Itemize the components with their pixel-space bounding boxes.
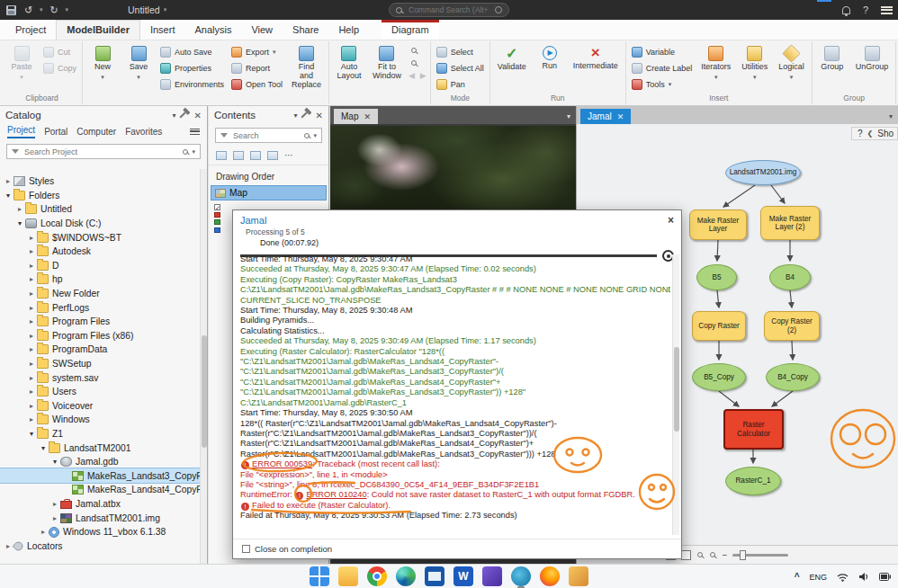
tree-item[interactable]: Untitled: [0, 202, 200, 217]
tree-item[interactable]: system.sav: [0, 370, 200, 385]
expand-arrow-icon[interactable]: [27, 360, 36, 368]
scrollbar-thumb[interactable]: [202, 335, 207, 448]
properties-button[interactable]: Properties: [158, 62, 226, 75]
menu-icon[interactable]: [190, 129, 200, 135]
tree-item[interactable]: Program Files: [0, 315, 200, 329]
undo-button[interactable]: ↺: [22, 4, 34, 16]
model-node-b5-copy[interactable]: B5_Copy: [692, 363, 746, 391]
auto-save-button[interactable]: Auto Save: [158, 46, 226, 58]
open-tool-button[interactable]: Open Tool: [229, 78, 284, 91]
catalog-scrollbar[interactable]: [200, 169, 207, 564]
list-by-selection-icon[interactable]: [250, 151, 261, 160]
tree-item[interactable]: LandsatTM2001: [0, 441, 200, 455]
tree-item[interactable]: Jamal.atbx: [0, 497, 200, 512]
battery-icon[interactable]: [879, 573, 891, 581]
redo-button[interactable]: ↻: [49, 4, 60, 16]
expand-arrow-icon[interactable]: [50, 514, 59, 522]
catalog-tab-portal[interactable]: Portal: [44, 127, 67, 137]
expand-arrow-icon[interactable]: [27, 430, 36, 438]
utilities-button[interactable]: Utilities▾: [738, 43, 771, 84]
tree-item[interactable]: Jamal.gdb: [0, 455, 200, 469]
ungroup-button[interactable]: UnGroup: [852, 43, 893, 75]
tools-button[interactable]: Tools▾: [630, 78, 695, 91]
pin-icon[interactable]: [179, 111, 185, 118]
close-icon[interactable]: ✕: [364, 112, 371, 121]
close-icon[interactable]: ✕: [194, 111, 202, 120]
expand-arrow-icon[interactable]: [27, 317, 36, 325]
help-button[interactable]: ?: [863, 4, 868, 15]
file-explorer[interactable]: [338, 566, 358, 586]
expand-arrow-icon[interactable]: [27, 388, 36, 396]
zoom-slider-thumb[interactable]: [740, 550, 746, 560]
volume-icon[interactable]: [858, 572, 869, 582]
back-arrow-icon[interactable]: ◀: [409, 71, 415, 80]
command-search-input[interactable]: [407, 4, 490, 15]
dialog-scrollbar[interactable]: [672, 254, 679, 535]
catalog-tab-project[interactable]: Project: [7, 125, 35, 138]
forward-arrow-icon[interactable]: ▶: [420, 71, 427, 80]
create-label-button[interactable]: Create Label: [630, 62, 695, 75]
validate-button[interactable]: ✓ Validate: [494, 43, 530, 75]
windows-start[interactable]: [310, 566, 329, 586]
catalog-tab-favorites[interactable]: Favorites: [125, 127, 162, 137]
tree-item[interactable]: MakeRas_Landsat4_CopyRaster: [0, 483, 200, 497]
select-all-button[interactable]: Select All: [435, 62, 486, 75]
fit-to-window-button[interactable]: Fit to Window: [369, 43, 405, 84]
chevron-down-icon[interactable]: ▾: [164, 6, 167, 13]
environments-button[interactable]: Environments: [158, 78, 226, 91]
model-node-copy-raster-2[interactable]: Copy Raster (2): [764, 311, 820, 341]
menu-icon[interactable]: [881, 6, 893, 14]
arcgis-pro[interactable]: [511, 566, 531, 586]
model-node-rasterc1[interactable]: RasterC_1: [725, 467, 781, 495]
chevron-down-icon[interactable]: ▾: [66, 6, 69, 13]
close-on-completion-checkbox[interactable]: [242, 545, 250, 553]
tree-item[interactable]: Users: [0, 385, 200, 399]
expand-arrow-icon[interactable]: [27, 374, 36, 382]
paste-button[interactable]: Paste▾: [5, 43, 38, 84]
tab-diagram[interactable]: Diagram: [382, 20, 439, 40]
view-layout-icon[interactable]: [681, 550, 691, 560]
chevron-down-icon[interactable]: ▾: [294, 111, 298, 120]
expand-arrow-icon[interactable]: [27, 402, 36, 410]
error-code-link[interactable]: ERROR 000539: [252, 459, 312, 468]
model-node-make-raster-layer-2[interactable]: Make Raster Layer (2): [760, 206, 820, 240]
cut-button[interactable]: Cut: [41, 46, 78, 58]
tree-item[interactable]: Styles: [0, 174, 200, 189]
chevron-down-icon[interactable]: ▾: [173, 111, 176, 120]
tree-item[interactable]: Voiceover: [0, 399, 200, 414]
tree-item[interactable]: LandsatTM2001.img: [0, 511, 200, 525]
report-button[interactable]: Report: [229, 62, 284, 75]
list-by-editing-icon[interactable]: [267, 151, 278, 160]
edge[interactable]: [396, 566, 416, 586]
more-options-icon[interactable]: ⋯: [284, 153, 294, 158]
contents-map-item[interactable]: Map: [211, 185, 327, 200]
tab-view[interactable]: View: [241, 21, 283, 40]
model-node-b4-copy[interactable]: B4_Copy: [766, 363, 820, 391]
tree-item[interactable]: PerfLogs: [0, 300, 200, 315]
zoom-in-button[interactable]: [696, 551, 704, 558]
variable-button[interactable]: Variable: [630, 46, 695, 58]
chevron-down-icon[interactable]: ▾: [313, 132, 317, 139]
tree-item[interactable]: SWSetup: [0, 357, 200, 371]
tree-item[interactable]: Windows 11_vbox 6.1.38: [0, 525, 200, 539]
expand-arrow-icon[interactable]: [27, 304, 36, 312]
tab-analysis[interactable]: Analysis: [184, 21, 241, 40]
contents-search-input[interactable]: [231, 130, 301, 141]
tree-item[interactable]: Z1: [0, 427, 200, 441]
expand-arrow-icon[interactable]: [4, 192, 13, 200]
model-node-b4[interactable]: B4: [769, 264, 811, 290]
expand-arrow-icon[interactable]: [27, 332, 36, 340]
wifi-icon[interactable]: [837, 573, 849, 582]
chevron-down-icon[interactable]: ▾: [884, 112, 898, 124]
command-search[interactable]: [389, 3, 509, 17]
expand-arrow-icon[interactable]: [27, 275, 36, 283]
pan-button[interactable]: Pan: [435, 78, 486, 91]
notifications-icon[interactable]: [842, 6, 850, 14]
mail[interactable]: [425, 566, 445, 586]
close-icon[interactable]: ✕: [316, 111, 323, 120]
find-replace-button[interactable]: Find and Replace: [288, 43, 325, 93]
expand-arrow-icon[interactable]: [39, 528, 48, 536]
zoom-in-button[interactable]: [409, 46, 427, 55]
zoom-out-button[interactable]: [409, 58, 427, 67]
catalog-search[interactable]: ▾: [6, 144, 201, 159]
